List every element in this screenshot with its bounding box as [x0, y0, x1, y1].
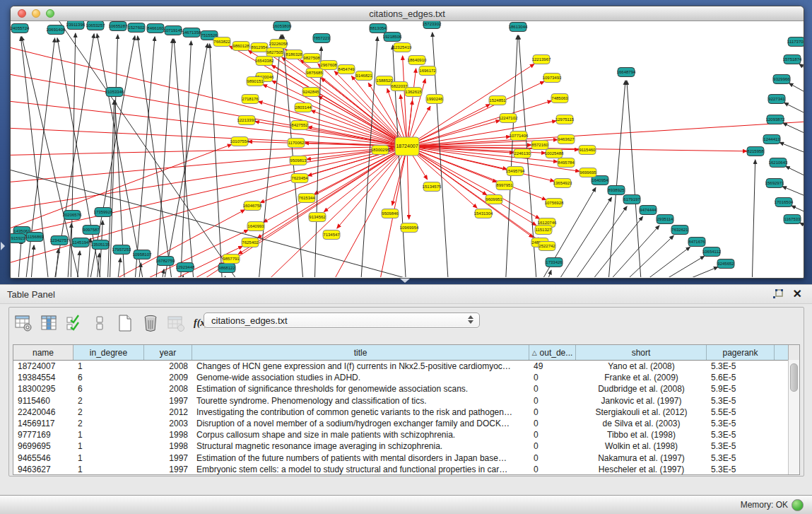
table-panel-header: Table Panel ✕ — [0, 285, 812, 304]
graph-node-label: 8572160 — [531, 143, 548, 147]
graph-node-label: 10107554 — [230, 139, 249, 144]
table-cell: Tourette syndrome. Phenomenology and cla… — [192, 396, 529, 406]
graph-node-label: 16046758 — [243, 204, 262, 208]
graph-node-label: 9245652 — [717, 262, 734, 266]
column-header-short[interactable]: short — [576, 345, 707, 360]
table-cell: 1 — [73, 453, 144, 463]
import-table-icon[interactable] — [166, 314, 185, 333]
table-cell: Embryonic stem cells: a model to study s… — [192, 465, 529, 474]
graph-edge — [30, 245, 34, 277]
table-body: 1872400712008Changes of HCN gene express… — [13, 361, 799, 475]
network-canvas[interactable]: 2405572420691406239113961065325710655287… — [11, 21, 804, 277]
window-titlebar[interactable]: citations_edges.txt — [11, 6, 804, 21]
column-header-title[interactable]: title — [192, 345, 529, 360]
table-row[interactable]: 1456911722003Disruption of a novel membe… — [13, 418, 799, 429]
table-row[interactable]: 969969511998Structural magnetic resonanc… — [13, 440, 799, 452]
table-row[interactable]: 946554611997Estimation of the future num… — [13, 452, 799, 464]
graph-edge — [407, 146, 540, 241]
graph-edge — [789, 83, 804, 106]
table-cell: 9465546 — [13, 453, 73, 463]
column-header-year[interactable]: year — [144, 345, 192, 360]
table-row[interactable]: 2242004622012Investigating the contribut… — [13, 407, 799, 418]
graph-node-label: 8454749 — [338, 67, 355, 71]
dropdown-arrows-icon — [468, 315, 473, 324]
graph-edge — [783, 123, 804, 145]
table-cell: 5.3E-5 — [707, 396, 775, 406]
graph-node-label: 8997951 — [496, 183, 513, 187]
sort-ascending-icon: △ — [532, 349, 537, 356]
vertical-scrollbar[interactable] — [788, 360, 799, 474]
graph-edge — [160, 269, 164, 277]
graph-edge — [407, 120, 804, 146]
graph-node-label: 10756928 — [545, 201, 564, 205]
graph-node-label: 17359928 — [94, 210, 113, 214]
delete-table-icon[interactable] — [141, 314, 160, 333]
new-table-icon[interactable] — [115, 314, 134, 333]
table-cell: 5.3E-5 — [707, 430, 775, 440]
row-selection-mode-icon[interactable] — [64, 314, 83, 333]
graph-node-label: 8466160 — [147, 26, 164, 30]
table-cell: Jankovic et al. (1997) — [576, 396, 707, 406]
graph-node-label: 10771406 — [510, 134, 529, 138]
table-row[interactable]: 911546021997Tourette syndrome. Phenomeno… — [13, 395, 799, 407]
graph-node-label: 24055724 — [11, 26, 30, 30]
column-header-out_de[interactable]: △out_de... — [529, 345, 576, 360]
column-chooser-icon[interactable] — [39, 314, 58, 333]
table-cell: Estimation of significance thresholds fo… — [192, 384, 529, 394]
table-cell: de Silva et al. (2003) — [576, 419, 707, 428]
graph-svg[interactable]: 2405572420691406239113961065325710655287… — [11, 21, 804, 277]
graph-edge — [11, 146, 407, 212]
graph-node-label: 2522742 — [539, 244, 555, 248]
graph-node-label: 1170062 — [288, 141, 305, 145]
table-cell: 5.3E-5 — [707, 465, 775, 474]
table-cell: 0 — [529, 441, 576, 451]
table-row[interactable]: 1830029562008Estimation of significance … — [13, 383, 799, 395]
float-window-icon[interactable] — [772, 288, 784, 300]
table-row[interactable]: 1872400712008Changes of HCN gene express… — [13, 361, 799, 372]
left-panel-grip-icon[interactable] — [1, 242, 5, 250]
table-cell: 1997 — [144, 465, 192, 474]
column-header-pagerank[interactable]: pagerank — [707, 345, 775, 360]
graph-node-label: 9827508 — [303, 56, 320, 60]
graph-node-label: 16120746 — [538, 221, 557, 225]
table-cell: 0 — [529, 384, 576, 394]
graph-node-label: 2718176 — [242, 97, 259, 101]
graph-node-label: 9242845 — [302, 90, 319, 94]
memory-ok-indicator[interactable] — [792, 499, 804, 511]
graph-node-label: 15495794 — [506, 169, 525, 173]
table-row[interactable]: 946362711997Embryonic stem cells: a mode… — [13, 464, 799, 475]
graph-node-label: 9509813 — [290, 158, 307, 163]
graph-node-label: 15134575 — [423, 185, 442, 189]
graph-node-label: 8912954 — [251, 45, 268, 49]
close-panel-icon[interactable]: ✕ — [793, 287, 802, 300]
table-cell: 5.5E-5 — [707, 407, 775, 417]
table-cell: 9115460 — [13, 396, 73, 406]
table-cell: 5.9E-5 — [707, 384, 775, 394]
column-header-name[interactable]: name — [13, 345, 73, 360]
scrollbar-thumb[interactable] — [790, 363, 798, 392]
graph-node-label: 11156869 — [25, 235, 44, 239]
graph-edge — [608, 81, 625, 277]
panel-divider-grip-icon[interactable] — [400, 279, 410, 283]
row-height-icon[interactable] — [90, 314, 109, 333]
network-view-window[interactable]: citations_edges.txt 24055724206914062391… — [10, 6, 804, 279]
table-row[interactable]: 1938455462009Genome-wide association stu… — [13, 372, 799, 383]
table-select-dropdown[interactable]: citations_edges.txt — [204, 313, 480, 328]
graph-node-label: 1640993 — [247, 224, 264, 228]
graph-edge — [407, 146, 409, 219]
graph-node-label: 9097587 — [83, 228, 100, 232]
graph-node-label: 23911396 — [66, 23, 86, 27]
column-header-in_degree[interactable]: in_degree — [73, 345, 144, 360]
table-cell: 6 — [73, 384, 144, 394]
table-settings-icon[interactable] — [13, 314, 33, 333]
graph-node-label: 18300295 — [371, 148, 390, 152]
graph-node-label: 1640954 — [592, 178, 608, 182]
table-cell: Disruption of a novel member of a sodium… — [192, 419, 529, 428]
table-cell: 1 — [73, 430, 144, 440]
table-cell: 18724007 — [13, 361, 73, 371]
graph-node-label: 9134562 — [309, 215, 326, 219]
table-row[interactable]: 977716911998Corpus callosum shape and si… — [13, 429, 799, 440]
table-cell: Structural magnetic resonance image aver… — [192, 441, 529, 451]
table-cell: Hescheler et al. (1997) — [576, 465, 707, 474]
memory-status-label: Memory: OK — [741, 500, 788, 510]
